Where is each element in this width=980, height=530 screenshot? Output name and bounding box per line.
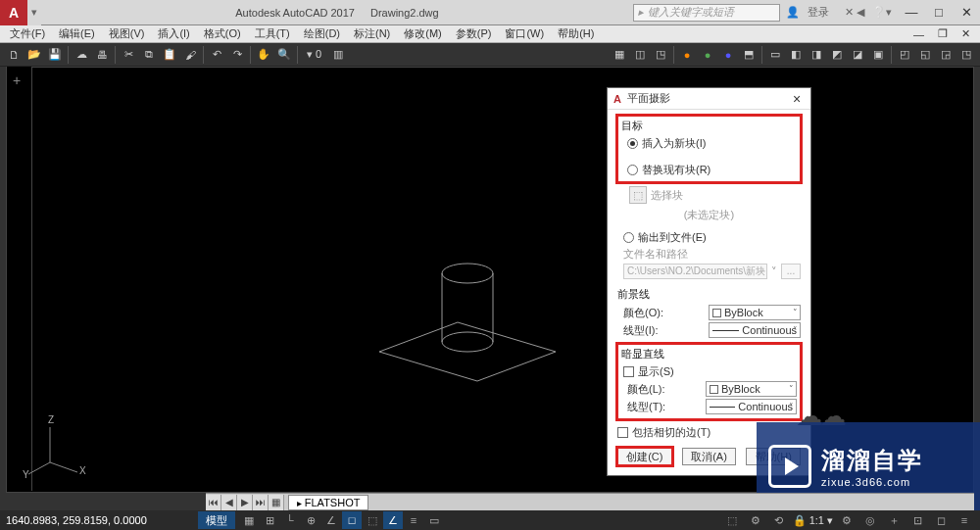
match-icon[interactable]: 🖌 [180, 45, 200, 65]
menu-file[interactable]: 文件(F) [4, 25, 51, 42]
grid-toggle-icon[interactable]: ▦ [239, 511, 259, 529]
misc-icon[interactable]: ⊡ [907, 511, 927, 529]
tab-grid-icon[interactable]: ▦ [269, 495, 284, 510]
snap-toggle-icon[interactable]: ⊞ [260, 511, 279, 529]
menu-modify[interactable]: 修改(M) [398, 25, 448, 42]
iso1-icon[interactable]: ▭ [765, 45, 785, 65]
w3-icon[interactable]: ● [718, 45, 738, 65]
maximize-button[interactable]: □ [925, 0, 953, 25]
tab-last-icon[interactable]: ⏭ [253, 495, 269, 510]
print-icon[interactable]: 🖶 [92, 45, 112, 65]
w1-icon[interactable]: ● [677, 45, 697, 65]
v1-icon[interactable]: ▦ [610, 45, 629, 65]
help-icon[interactable]: ❔▾ [872, 6, 892, 19]
anno-scale[interactable]: 🔒 1:1 ▾ [793, 514, 833, 527]
new-tab-icon[interactable]: + [13, 72, 21, 88]
radio-export[interactable] [623, 232, 634, 243]
iso6-icon[interactable]: ▣ [868, 45, 888, 65]
cube2-icon[interactable]: ◱ [915, 45, 935, 65]
undo-icon[interactable]: ↶ [207, 45, 226, 65]
menu-format[interactable]: 格式(O) [198, 25, 247, 42]
browse-button[interactable]: ... [781, 264, 801, 279]
tr-icon[interactable]: ▭ [424, 511, 444, 529]
polar-toggle-icon[interactable]: ⊕ [301, 511, 320, 529]
redo-icon[interactable]: ↷ [227, 45, 247, 65]
fg-linetype-select[interactable]: Continuous [709, 322, 801, 338]
otrack-icon[interactable]: ∠ [383, 511, 403, 529]
radio-replace[interactable] [627, 165, 638, 175]
hid-linetype-select[interactable]: Continuous [706, 399, 797, 414]
tab-next-icon[interactable]: ▶ [237, 495, 253, 510]
sc-icon[interactable]: ⬚ [722, 511, 742, 529]
cut-icon[interactable]: ✂ [119, 45, 138, 65]
hid-color-select[interactable]: ByBlock [706, 381, 797, 397]
tab-first-icon[interactable]: ⏮ [206, 495, 221, 510]
copy-icon[interactable]: ⧉ [139, 45, 159, 65]
doc-min-icon[interactable]: — [907, 27, 930, 41]
open-icon[interactable]: 📂 [24, 45, 44, 65]
iso-toggle-icon[interactable]: ∠ [321, 511, 341, 529]
tab-prev-icon[interactable]: ◀ [221, 495, 237, 510]
cube1-icon[interactable]: ◰ [895, 45, 914, 65]
w4-icon[interactable]: ⬒ [739, 45, 759, 65]
radio-insert-new[interactable] [627, 138, 638, 149]
cancel-button[interactable]: 取消(A) [682, 448, 737, 465]
menu-insert[interactable]: 插入(I) [152, 25, 195, 42]
app-menu-dropdown[interactable]: ▾ [27, 0, 41, 25]
menu-draw[interactable]: 绘图(D) [298, 25, 346, 42]
doc-close-icon[interactable]: ✕ [956, 26, 976, 41]
cloud-icon[interactable]: ☁ [72, 45, 91, 65]
search-input[interactable]: ▸ 键入关键字或短语 [633, 4, 780, 22]
ortho-toggle-icon[interactable]: └ [280, 511, 300, 529]
chk-show[interactable] [623, 366, 634, 377]
menu-param[interactable]: 参数(P) [450, 25, 498, 42]
iso3-icon[interactable]: ◨ [807, 45, 826, 65]
ws-icon[interactable]: ⚙ [746, 511, 765, 529]
signin-icon[interactable]: 👤 [786, 6, 800, 19]
menu-tools[interactable]: 工具(T) [249, 25, 296, 42]
an-icon[interactable]: ⟲ [769, 511, 789, 529]
cube3-icon[interactable]: ◲ [936, 45, 956, 65]
add-icon[interactable]: ＋ [884, 511, 904, 529]
model-space-button[interactable]: 模型 [198, 511, 235, 529]
save-icon[interactable]: 💾 [45, 45, 65, 65]
lwt-icon[interactable]: ≡ [404, 511, 423, 529]
exchange-icon[interactable]: ✕ ◀ [845, 6, 864, 19]
cube4-icon[interactable]: ◳ [956, 45, 976, 65]
zoom-icon[interactable]: 🔍 [274, 45, 294, 65]
select-block-button[interactable]: ⬚ [629, 186, 647, 204]
app-logo[interactable]: A [0, 0, 27, 25]
file-path-input[interactable]: C:\Users\NO.2\Documents\新块.dwg [623, 264, 767, 279]
3dosnap-icon[interactable]: ⬚ [363, 511, 382, 529]
new-icon[interactable]: 🗋 [4, 45, 24, 65]
layer-dd[interactable]: ▾ 0 [301, 45, 327, 65]
minimize-button[interactable]: — [898, 0, 925, 25]
menu-edit[interactable]: 编辑(E) [53, 25, 101, 42]
iso5-icon[interactable]: ◪ [848, 45, 867, 65]
w2-icon[interactable]: ● [698, 45, 717, 65]
v2-icon[interactable]: ◫ [630, 45, 650, 65]
layers-icon[interactable]: ▥ [328, 45, 348, 65]
osnap-toggle-icon[interactable]: □ [342, 511, 362, 529]
iso2-icon[interactable]: ◧ [786, 45, 806, 65]
menu-help[interactable]: 帮助(H) [552, 25, 600, 42]
menu-icon[interactable]: ≡ [955, 511, 974, 529]
paste-icon[interactable]: 📋 [160, 45, 179, 65]
menu-view[interactable]: 视图(V) [103, 25, 151, 42]
close-button[interactable]: ✕ [953, 0, 980, 25]
iso4-icon[interactable]: ◩ [827, 45, 847, 65]
doc-max-icon[interactable]: ❐ [932, 26, 954, 41]
create-button[interactable]: 创建(C) [617, 448, 672, 465]
cam-icon[interactable]: ◎ [860, 511, 880, 529]
menu-window[interactable]: 窗口(W) [499, 25, 550, 42]
fs-icon[interactable]: ◻ [931, 511, 951, 529]
chk-tangent[interactable] [617, 427, 628, 438]
gear-icon[interactable]: ⚙ [837, 511, 857, 529]
v3-icon[interactable]: ◳ [651, 45, 670, 65]
file-path-dd[interactable]: ˅ [771, 265, 777, 278]
fg-color-select[interactable]: ByBlock [709, 305, 801, 320]
signin-label[interactable]: 登录 [808, 5, 829, 20]
menu-dimension[interactable]: 标注(N) [348, 25, 396, 42]
dialog-close-button[interactable]: × [789, 91, 805, 107]
pan-icon[interactable]: ✋ [254, 45, 273, 65]
